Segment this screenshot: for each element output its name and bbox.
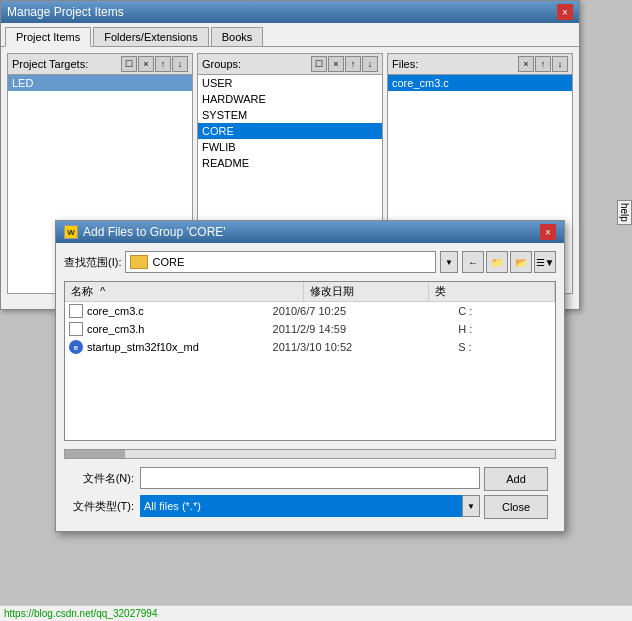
col-name-header: 名称 ^ <box>65 282 304 301</box>
nav-folder-btn[interactable]: 📁 <box>486 251 508 273</box>
filedate-startup: 2011/3/10 10:52 <box>273 341 459 353</box>
g-btn-check[interactable]: ☐ <box>311 56 327 72</box>
file-row-startup[interactable]: e startup_stm32f10x_md 2011/3/10 10:52 S… <box>65 338 555 356</box>
help-label: help <box>619 203 630 222</box>
filetype-row: 文件类型(T): All files (*.*) ▼ <box>64 495 480 517</box>
groups-label: Groups: <box>202 58 241 70</box>
lookin-row: 查找范围(I): CORE ▼ ← 📁 📂 ☰▼ <box>64 251 556 273</box>
add-files-dialog: W Add Files to Group 'CORE' × 查找范围(I): C… <box>55 220 565 532</box>
group-item-fwlib[interactable]: FWLIB <box>198 139 382 155</box>
dialog-title-text: Add Files to Group 'CORE' <box>83 225 226 239</box>
f-btn-del[interactable]: × <box>518 56 534 72</box>
nav-view-btn[interactable]: ☰▼ <box>534 251 556 273</box>
col-type-header: 类 <box>429 282 555 301</box>
add-files-titlebar: W Add Files to Group 'CORE' × <box>56 221 564 243</box>
file-row-core-cm3-c[interactable]: core_cm3.c 2010/6/7 10:25 C : <box>65 302 555 320</box>
sort-indicator: ^ <box>100 285 105 297</box>
col-date-header: 修改日期 <box>304 282 430 301</box>
files-btns: × ↑ ↓ <box>518 56 568 72</box>
form-rows-container: 文件名(N): 文件类型(T): All files (*.*) ▼ <box>64 467 480 517</box>
manage-project-close[interactable]: × <box>557 4 573 20</box>
tab-folders-extensions[interactable]: Folders/Extensions <box>93 27 209 46</box>
project-target-item-led[interactable]: LED <box>8 75 192 91</box>
file-icon-doc-1 <box>69 304 83 318</box>
manage-project-title: Manage Project Items <box>7 5 124 19</box>
group-item-user[interactable]: USER <box>198 75 382 91</box>
filename-startup: startup_stm32f10x_md <box>87 341 273 353</box>
files-label: Files: <box>392 58 418 70</box>
horizontal-scrollbar[interactable] <box>64 449 556 459</box>
lookin-label: 查找范围(I): <box>64 255 121 270</box>
status-bar: https://blog.csdn.net/qq_32027994 <box>0 605 632 621</box>
scroll-thumb <box>65 450 125 458</box>
filename-core-cm3-h: core_cm3.h <box>87 323 273 335</box>
filename-label: 文件名(N): <box>64 471 134 486</box>
lookin-select[interactable]: CORE <box>125 251 436 273</box>
close-btn[interactable]: Close <box>484 495 548 519</box>
filetype-select[interactable]: All files (*.*) <box>140 495 462 517</box>
filename-input[interactable] <box>140 467 480 489</box>
group-item-hardware[interactable]: HARDWARE <box>198 91 382 107</box>
file-icon-ie-3: e <box>69 340 83 354</box>
nav-newfolder-btn[interactable]: 📂 <box>510 251 532 273</box>
dialog-body: 查找范围(I): CORE ▼ ← 📁 📂 ☰▼ 名称 ^ 修改日期 类 <box>56 243 564 531</box>
dialog-title-icon: W <box>64 225 78 239</box>
project-targets-header: Project Targets: ☐ × ↑ ↓ <box>8 54 192 75</box>
groups-btns: ☐ × ↑ ↓ <box>311 56 378 72</box>
form-section: 文件名(N): 文件类型(T): All files (*.*) ▼ Add <box>64 467 556 517</box>
filename-core-cm3-c: core_cm3.c <box>87 305 273 317</box>
filetype-core-cm3-h: H : <box>458 323 551 335</box>
lookin-dropdown-arrow[interactable]: ▼ <box>440 251 458 273</box>
nav-back-btn[interactable]: ← <box>462 251 484 273</box>
add-btn[interactable]: Add <box>484 467 548 491</box>
filename-row: 文件名(N): <box>64 467 480 489</box>
pt-btn-up[interactable]: ↑ <box>155 56 171 72</box>
filedate-core-cm3-c: 2010/6/7 10:25 <box>273 305 459 317</box>
groups-header: Groups: ☐ × ↑ ↓ <box>198 54 382 75</box>
group-item-system[interactable]: SYSTEM <box>198 107 382 123</box>
filedate-core-cm3-h: 2011/2/9 14:59 <box>273 323 459 335</box>
toolbar-buttons: ← 📁 📂 ☰▼ <box>462 251 556 273</box>
pt-btn-del[interactable]: × <box>138 56 154 72</box>
tab-books[interactable]: Books <box>211 27 264 46</box>
filetype-label: 文件类型(T): <box>64 499 134 514</box>
right-help-text: help <box>617 200 632 225</box>
tab-project-items[interactable]: Project Items <box>5 27 91 47</box>
g-btn-up[interactable]: ↑ <box>345 56 361 72</box>
pt-btn-down[interactable]: ↓ <box>172 56 188 72</box>
file-row-core-cm3-h[interactable]: core_cm3.h 2011/2/9 14:59 H : <box>65 320 555 338</box>
f-btn-up[interactable]: ↑ <box>535 56 551 72</box>
g-btn-del[interactable]: × <box>328 56 344 72</box>
file-list-header: 名称 ^ 修改日期 类 <box>65 282 555 302</box>
pt-btn-check[interactable]: ☐ <box>121 56 137 72</box>
lookin-value: CORE <box>152 256 431 268</box>
filetype-dropdown-arrow[interactable]: ▼ <box>462 495 480 517</box>
f-btn-down[interactable]: ↓ <box>552 56 568 72</box>
file-icon-doc-2 <box>69 322 83 336</box>
files-header: Files: × ↑ ↓ <box>388 54 572 75</box>
folder-icon <box>130 255 148 269</box>
tabs-bar: Project Items Folders/Extensions Books <box>1 23 579 47</box>
file-item-core-cm3-c[interactable]: core_cm3.c <box>388 75 572 91</box>
status-text: https://blog.csdn.net/qq_32027994 <box>4 608 157 619</box>
filetype-core-cm3-c: C : <box>458 305 551 317</box>
project-targets-label: Project Targets: <box>12 58 88 70</box>
group-item-readme[interactable]: README <box>198 155 382 171</box>
project-targets-btns: ☐ × ↑ ↓ <box>121 56 188 72</box>
filetype-startup: S : <box>458 341 551 353</box>
dialog-action-buttons: Add Close <box>484 467 548 519</box>
dialog-close-btn[interactable]: × <box>540 224 556 240</box>
filetype-value: All files (*.*) <box>144 500 201 512</box>
filetype-select-container: All files (*.*) ▼ <box>140 495 480 517</box>
g-btn-down[interactable]: ↓ <box>362 56 378 72</box>
manage-project-titlebar: Manage Project Items × <box>1 1 579 23</box>
group-item-core[interactable]: CORE <box>198 123 382 139</box>
file-list-area: 名称 ^ 修改日期 类 core_cm3.c 2010/6/7 10:25 C … <box>64 281 556 441</box>
